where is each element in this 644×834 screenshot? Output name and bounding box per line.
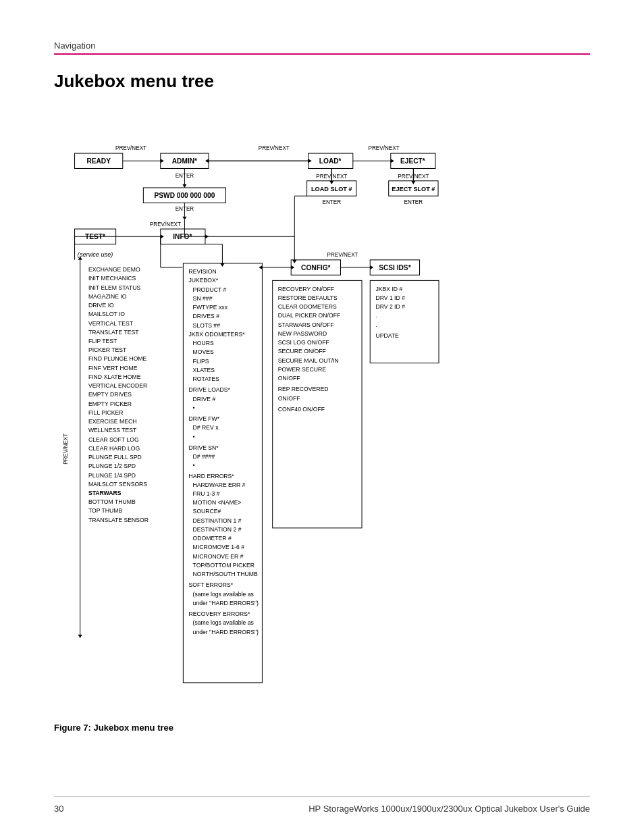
svg-text:DRIVE FW*: DRIVE FW* [189, 415, 220, 422]
svg-text:HARD ERRORS*: HARD ERRORS* [189, 473, 235, 479]
page: Navigation Jukebox menu tree READY ADMIN… [0, 0, 644, 834]
svg-text:•: • [193, 462, 195, 469]
svg-text:•: • [193, 405, 195, 411]
svg-text:FIND XLATE HOME: FIND XLATE HOME [88, 373, 141, 380]
svg-text:SCSI LOG ON/OFF: SCSI LOG ON/OFF [278, 339, 329, 346]
svg-text:PREV/NEXT: PREV/NEXT [259, 145, 290, 151]
svg-text:RECOVERY ERRORS*: RECOVERY ERRORS* [189, 610, 251, 617]
svg-text:DRIVE #: DRIVE # [193, 396, 216, 402]
svg-text:.: . [375, 312, 377, 319]
svg-text:JUKEBOX*: JUKEBOX* [189, 277, 219, 284]
svg-text:ON/OFF: ON/OFF [278, 375, 300, 382]
svg-text:PLUNGE 1/4 SPD: PLUNGE 1/4 SPD [88, 472, 136, 479]
svg-text:TEST*: TEST* [85, 233, 105, 240]
svg-text:under "HARD ERRORS"): under "HARD ERRORS") [193, 629, 259, 635]
svg-text:DESTINATION 1 #: DESTINATION 1 # [193, 517, 242, 524]
svg-text:PLUNGE FULL SPD: PLUNGE FULL SPD [88, 454, 142, 461]
svg-text:(same logs available as: (same logs available as [193, 619, 254, 626]
svg-marker-53 [78, 635, 82, 638]
svg-text:XLATES: XLATES [193, 367, 215, 373]
svg-text:CLEAR SOFT LOG: CLEAR SOFT LOG [88, 436, 139, 443]
figure-caption: Figure 7: Jukebox menu tree [54, 723, 590, 733]
footer-page-number: 30 [54, 804, 63, 814]
svg-text:EXCHANGE DEMO: EXCHANGE DEMO [88, 266, 140, 273]
svg-text:HARDWARE ERR #: HARDWARE ERR # [193, 481, 246, 488]
svg-text:WELLNESS TEST: WELLNESS TEST [88, 427, 137, 434]
svg-text:(service use): (service use) [78, 251, 113, 258]
svg-text:DRIVE SN*: DRIVE SN* [189, 444, 219, 451]
footer-document-title: HP StorageWorks 1000ux/1900ux/2300ux Opt… [308, 804, 590, 814]
svg-text:TOP THUMB: TOP THUMB [88, 507, 123, 514]
svg-text:PREV/NEXT: PREV/NEXT [115, 145, 146, 151]
svg-text:DRV 2 ID #: DRV 2 ID # [375, 303, 405, 310]
page-title: Jukebox menu tree [54, 71, 590, 92]
svg-text:under "HARD ERRORS"): under "HARD ERRORS") [193, 600, 259, 606]
svg-text:PSWD 000 000 000: PSWD 000 000 000 [155, 192, 215, 199]
svg-text:TRANSLATE TEST: TRANSLATE TEST [88, 329, 139, 336]
svg-text:PRODUCT #: PRODUCT # [193, 286, 227, 293]
svg-text:SN ###: SN ### [193, 295, 213, 302]
svg-text:DRIVE IO: DRIVE IO [88, 302, 114, 309]
svg-text:FLIPS: FLIPS [193, 358, 209, 365]
svg-text:CLEAR ODOMETERS: CLEAR ODOMETERS [278, 303, 337, 310]
svg-text:ODOMETER #: ODOMETER # [193, 535, 232, 542]
svg-text:D# ####: D# #### [193, 453, 215, 460]
svg-text:SCSI IDS*: SCSI IDS* [379, 264, 410, 271]
svg-text:ENTER: ENTER [404, 199, 423, 205]
svg-text:DRV 1 ID #: DRV 1 ID # [375, 294, 405, 301]
svg-text:MAILSLOT IO: MAILSLOT IO [88, 311, 125, 317]
svg-text:REVISION: REVISION [189, 268, 217, 275]
svg-text:.: . [375, 321, 377, 328]
svg-text:NORTH/SOUTH THUMB: NORTH/SOUTH THUMB [193, 571, 258, 577]
svg-text:NEW PASSWORD: NEW PASSWORD [278, 330, 327, 337]
svg-text:MAGAZINE IO: MAGAZINE IO [88, 293, 127, 300]
svg-text:MICROMOVE 1-6 #: MICROMOVE 1-6 # [193, 544, 245, 550]
svg-text:DUAL PICKER ON/OFF: DUAL PICKER ON/OFF [278, 312, 340, 319]
svg-text:VERTICAL TEST: VERTICAL TEST [88, 320, 134, 327]
svg-text:MOTION <NAME>: MOTION <NAME> [193, 499, 242, 506]
svg-text:POWER SECURE: POWER SECURE [278, 366, 326, 373]
svg-text:READY: READY [86, 157, 111, 165]
svg-text:FINF VERT HOME: FINF VERT HOME [88, 365, 138, 371]
svg-text:PREV/NEXT: PREV/NEXT [327, 252, 358, 258]
svg-text:HOURS: HOURS [193, 340, 214, 346]
svg-text:ADMIN*: ADMIN* [172, 157, 197, 165]
svg-text:EXERCISE MECH: EXERCISE MECH [88, 418, 137, 425]
svg-text:SECURE ON/OFF: SECURE ON/OFF [278, 348, 326, 355]
svg-text:TRANSLATE SENSOR: TRANSLATE SENSOR [88, 517, 149, 523]
svg-text:EMPTY DRIVES: EMPTY DRIVES [88, 391, 132, 398]
svg-text:JKBX ODOMETERS*: JKBX ODOMETERS* [189, 331, 246, 338]
header-divider [54, 53, 590, 55]
svg-text:RECOVERY ON/OFF: RECOVERY ON/OFF [278, 286, 334, 292]
svg-text:FLIP TEST: FLIP TEST [88, 338, 117, 344]
svg-text:STARWARS ON/OFF: STARWARS ON/OFF [278, 321, 334, 328]
svg-text:JKBX ID #: JKBX ID # [375, 286, 402, 292]
svg-text:INIT ELEM STATUS: INIT ELEM STATUS [88, 284, 141, 291]
svg-text:UPDATE: UPDATE [375, 332, 399, 339]
svg-text:EJECT SLOT #: EJECT SLOT # [392, 186, 435, 192]
svg-text:MOVES: MOVES [193, 348, 214, 355]
footer: 30 HP StorageWorks 1000ux/1900ux/2300ux … [54, 796, 590, 814]
svg-text:CONF40 ON/OFF: CONF40 ON/OFF [278, 406, 325, 413]
svg-text:EJECT*: EJECT* [400, 157, 425, 165]
jukebox-menu-tree-diagram: READY ADMIN* LOAD* EJECT* PREV/NEXT PREV… [54, 112, 590, 710]
svg-text:CLEAR HARD LOG: CLEAR HARD LOG [88, 445, 140, 452]
svg-text:SLOTS ##: SLOTS ## [193, 322, 221, 329]
svg-rect-157 [370, 280, 439, 363]
svg-text:BOTTOM THUMB: BOTTOM THUMB [88, 498, 136, 505]
svg-marker-21 [182, 184, 186, 188]
svg-text:DRIVES #: DRIVES # [193, 313, 220, 319]
svg-text:PLUNGE 1/2 SPD: PLUNGE 1/2 SPD [88, 463, 136, 469]
svg-text:LOAD*: LOAD* [319, 157, 342, 165]
breadcrumb: Navigation [54, 41, 590, 51]
svg-text:ENTER: ENTER [322, 199, 341, 205]
svg-text:DRIVE LOADS*: DRIVE LOADS* [189, 386, 231, 393]
svg-text:(same logs available as: (same logs available as [193, 591, 254, 598]
svg-text:STARWARS: STARWARS [88, 490, 122, 496]
svg-text:PREV/NEXT: PREV/NEXT [369, 145, 400, 151]
svg-text:VERTICAL ENCODER: VERTICAL ENCODER [88, 382, 147, 389]
diagram-container: READY ADMIN* LOAD* EJECT* PREV/NEXT PREV… [54, 112, 590, 710]
svg-text:RESTORE DEFAULTS: RESTORE DEFAULTS [278, 294, 338, 301]
svg-text:TOP/BOTTOM PICKER: TOP/BOTTOM PICKER [193, 562, 254, 569]
svg-text:INFO*: INFO* [173, 233, 192, 240]
